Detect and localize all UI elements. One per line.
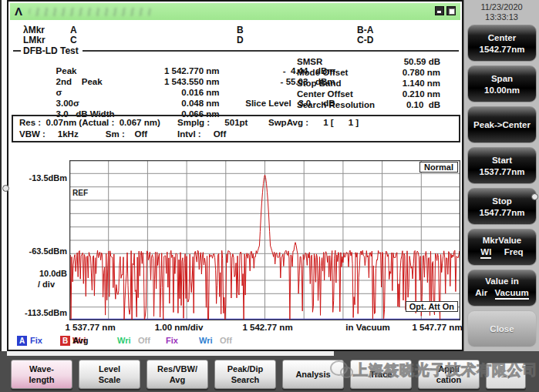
- dfb-results-right: SMSR50.59 dB Mode Offset0.780 nm Stop Ba…: [297, 57, 440, 111]
- fkey-trace[interactable]: Trace: [350, 360, 412, 389]
- title-blurred-text: [29, 8, 152, 16]
- main-display: Λ λMkr A B B-A LMkr C D C-D DFB-LD Test: [7, 0, 463, 351]
- marker-d-label: D: [237, 35, 244, 45]
- ref-level-marker: REF: [72, 189, 88, 197]
- x-axis-center: 1 542.77 nm: [242, 323, 292, 332]
- fkey-analysis[interactable]: Analysis: [282, 360, 344, 389]
- trace-a-mode[interactable]: Fix: [30, 336, 42, 345]
- softkey-close[interactable]: Close: [467, 310, 537, 347]
- screen-bottom-edge: [7, 351, 334, 356]
- softkey-stop[interactable]: Stop 1547.77nm: [467, 188, 537, 225]
- softkey-value-in[interactable]: Value in Air Vacuum: [467, 270, 537, 307]
- value-in-vacuum-option[interactable]: Vacuum: [495, 288, 529, 300]
- dfb-row-peak: Peak1 542.770 nm- 4.44 dBm: [36, 57, 335, 68]
- softkey-center[interactable]: Center 1542.77nm: [467, 25, 537, 62]
- minimize-icon[interactable]: [435, 6, 444, 15]
- marker-c-label: C: [70, 35, 77, 45]
- marker-a-label: A: [70, 25, 77, 35]
- y-axis-mid-level: -63.5dBm: [15, 246, 67, 256]
- dfb-results-left: Peak1 542.770 nm- 4.44 dBm 2nd Peak1 543…: [36, 57, 335, 111]
- softkey-start[interactable]: Start 1537.77nm: [467, 147, 537, 184]
- softkey-peak-to-center[interactable]: Peak->Center: [467, 106, 537, 143]
- x-axis-stop: 1 547.77 nm: [412, 323, 462, 332]
- sampling-value: Smplg : 501pt: [177, 118, 268, 127]
- marker-row-wavelength: λMkr A B B-A: [8, 25, 462, 35]
- fkey-level-scale[interactable]: LevelScale: [79, 360, 140, 389]
- softkey-span[interactable]: Span 10.00nm: [467, 65, 537, 102]
- lmkr-label: λMkr: [23, 25, 45, 35]
- marker-b-label: B: [237, 25, 244, 35]
- res-settings-row1: Res : 0.07nm (Actual : 0.067 nm)Smplg : …: [19, 118, 459, 129]
- trace-e-mode[interactable]: Wri: [199, 336, 213, 345]
- spectrum-trace-svg: [69, 160, 460, 320]
- value-in-air-option[interactable]: Air: [475, 288, 487, 300]
- optical-attenuator-badge: Opt. Att On: [406, 301, 458, 312]
- trace-d-mode[interactable]: Fix: [166, 336, 178, 345]
- res-settings-row2: VBW : 1kHz Sm : OffIntvl : Off: [19, 129, 459, 141]
- fkey-res-vbw-avg[interactable]: Res/VBW/Avg: [147, 360, 208, 389]
- marker-cd-label: C-D: [357, 35, 373, 45]
- function-key-bar: Wave-length LevelScale Res/VBW/Avg Peak/…: [0, 351, 539, 392]
- dfb-row-stop-band: Stop Band1.140 nm: [297, 79, 440, 89]
- dfb-row-center-offset: Center Offset0.210 nm: [297, 89, 440, 100]
- marker-ba-label: B-A: [357, 25, 373, 35]
- right-bezel-knob: [531, 193, 538, 200]
- sweep-settings-box: Res : 0.07nm (Actual : 0.067 nm)Smplg : …: [12, 115, 460, 142]
- y-axis-scale-per-div-unit: / div: [15, 280, 67, 289]
- trace-c-mode[interactable]: Wri: [117, 336, 131, 345]
- y-axis-ref-level: -13.5dBm: [15, 173, 67, 183]
- datetime-display: 11/23/2020 13:33:13: [464, 2, 539, 22]
- more-keys-arrow-button[interactable]: →: [486, 363, 526, 389]
- dfb-title-text: DFB-LD Test: [23, 45, 79, 56]
- y-axis-bottom-level: -113.5dBm: [15, 308, 67, 317]
- fkey-peak-dip-search[interactable]: Peak/DipSearch: [214, 360, 276, 389]
- time-text: 13:33:13: [464, 12, 539, 22]
- x-axis-per-div: 1.00 nm/div: [155, 323, 204, 332]
- spectrum-plot: Normal REF Opt. Att On: [69, 160, 460, 320]
- x-axis-medium: in Vacuum: [345, 323, 390, 332]
- fkey-wavelength[interactable]: Wave-length: [11, 360, 72, 389]
- dfb-row-mode-offset: Mode Offset0.780 nm: [297, 68, 440, 79]
- lmkr2-label: LMkr: [23, 35, 45, 45]
- osa-screen: Λ λMkr A B B-A LMkr C D C-D DFB-LD Test: [0, 0, 539, 392]
- left-bezel: [0, 0, 7, 351]
- vbw-smoothing-value: VBW : 1kHz Sm : Off: [19, 129, 177, 139]
- trace-c-state: Off: [138, 336, 150, 345]
- sweep-avg-value: SwpAvg : 1 [ 1 ]: [268, 118, 359, 127]
- trace-e-state: Off: [220, 336, 232, 345]
- trace-legend: A Fix B WriAvg Wri Off Fix Wri Off: [8, 336, 462, 348]
- fkey-application[interactable]: Application: [418, 360, 480, 389]
- mkr-value-wl-option[interactable]: Wl: [480, 247, 491, 259]
- date-text: 11/23/2020: [464, 2, 539, 12]
- mkr-value-freq-option[interactable]: Freq: [504, 247, 524, 259]
- dfb-row-search-resolution: Search Resolution0.10 dB: [297, 100, 440, 111]
- window-controls: [435, 6, 456, 15]
- dfb-row-smsr: SMSR50.59 dB: [297, 57, 440, 68]
- y-axis-scale-per-div: 10.0dB: [15, 269, 67, 278]
- anritsu-logo-icon: Λ: [15, 4, 22, 19]
- function-keys: Wave-length LevelScale Res/VBW/Avg Peak/…: [11, 360, 526, 389]
- maximize-icon[interactable]: [446, 6, 456, 15]
- softkey-panel: 11/23/2020 13:33:13 Center 1542.77nm Spa…: [463, 0, 539, 351]
- x-axis-start: 1 537.77 nm: [65, 323, 115, 332]
- res-value: Res : 0.07nm (Actual : 0.067 nm): [19, 118, 177, 127]
- interval-value: Intvl : Off: [177, 129, 268, 139]
- dfb-ld-test-section-title: DFB-LD Test: [13, 45, 459, 56]
- titlebar: Λ: [10, 3, 460, 20]
- softkey-mkr-value[interactable]: MkrValue Wl Freq: [467, 229, 537, 266]
- marker-row-level: LMkr C D C-D: [8, 35, 462, 45]
- sweep-mode-badge: Normal: [419, 162, 458, 173]
- left-bezel-knob: [2, 185, 9, 192]
- right-arrow-icon: →: [499, 367, 514, 383]
